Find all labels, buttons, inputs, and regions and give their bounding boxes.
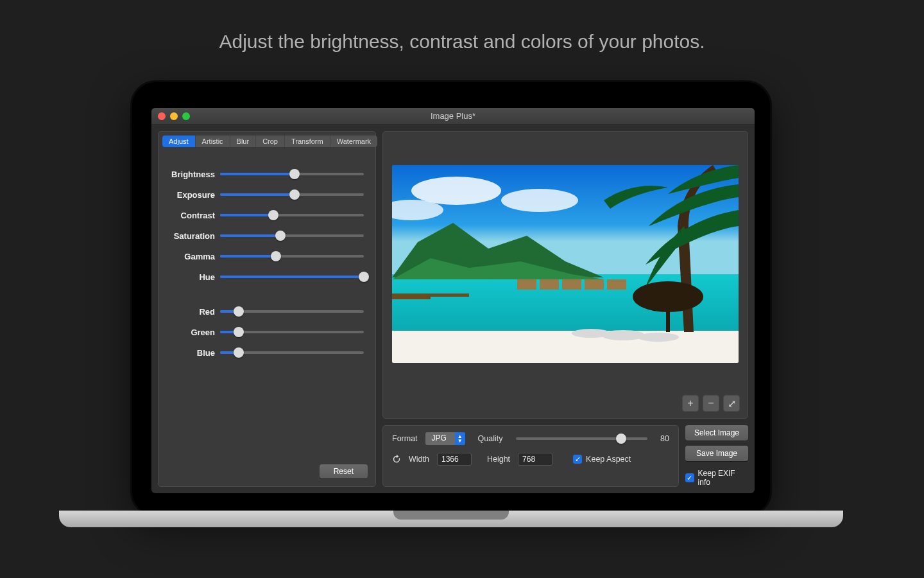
format-label: Format — [392, 434, 418, 443]
svg-rect-9 — [607, 279, 626, 290]
slider-label-exposure: Exposure — [170, 190, 220, 200]
slider-brightness[interactable] — [220, 173, 364, 175]
slider-green[interactable] — [220, 331, 364, 333]
tab-crop[interactable]: Crop — [256, 136, 285, 147]
svg-rect-10 — [517, 279, 536, 290]
titlebar: Image Plus* — [151, 108, 755, 125]
zoom-out-button[interactable]: − — [703, 395, 719, 412]
tab-artistic[interactable]: Artistic — [196, 136, 230, 147]
check-icon: ✓ — [573, 455, 582, 464]
svg-rect-12 — [392, 297, 431, 299]
format-select[interactable]: JPG ▲▼ — [425, 432, 465, 445]
width-label: Width — [409, 455, 429, 464]
svg-point-16 — [601, 330, 645, 340]
output-params: Format JPG ▲▼ Quality 80 — [382, 425, 679, 487]
svg-point-13 — [633, 281, 703, 312]
svg-rect-11 — [392, 293, 469, 297]
height-label: Height — [487, 455, 510, 464]
reset-button[interactable]: Reset — [320, 464, 368, 478]
svg-rect-8 — [585, 279, 604, 290]
quality-label: Quality — [478, 434, 503, 443]
slider-label-brightness: Brightness — [170, 170, 220, 179]
tab-transform[interactable]: Transform — [285, 136, 330, 147]
zoom-fit-button[interactable]: ⤢ — [723, 395, 740, 412]
app-window: Image Plus* AdjustArtisticBlurCropTransf… — [151, 108, 755, 493]
slider-label-red: Red — [170, 307, 220, 317]
tab-bar: AdjustArtisticBlurCropTransformWatermark — [162, 136, 372, 147]
slider-label-green: Green — [170, 328, 220, 337]
height-input[interactable] — [518, 453, 552, 466]
slider-label-gamma: Gamma — [170, 252, 220, 261]
keep-exif-checkbox[interactable]: ✓ Keep EXIF info — [685, 469, 748, 487]
svg-point-2 — [501, 189, 578, 212]
slider-exposure[interactable] — [220, 193, 364, 196]
refresh-icon[interactable] — [392, 455, 401, 464]
slider-label-saturation: Saturation — [170, 231, 220, 241]
quality-value: 80 — [660, 434, 669, 443]
width-input[interactable] — [437, 453, 472, 466]
slider-label-blue: Blue — [170, 348, 220, 358]
slider-red[interactable] — [220, 310, 364, 313]
laptop-frame: Image Plus* AdjustArtisticBlurCropTransf… — [130, 80, 772, 517]
window-title: Image Plus* — [151, 111, 755, 121]
slider-saturation[interactable] — [220, 234, 364, 237]
svg-point-1 — [411, 177, 501, 205]
svg-point-17 — [638, 333, 679, 342]
preview-panel: + − ⤢ — [382, 131, 748, 419]
check-icon: ✓ — [685, 473, 694, 482]
page-headline: Adjust the brightness, contrast and colo… — [0, 0, 924, 53]
keep-aspect-checkbox[interactable]: ✓ Keep Aspect — [573, 455, 631, 464]
quality-slider[interactable] — [516, 437, 648, 440]
select-image-button[interactable]: Select Image — [685, 425, 748, 441]
slider-blue[interactable] — [220, 351, 364, 354]
slider-hue[interactable] — [220, 276, 364, 278]
slider-label-hue: Hue — [170, 272, 220, 282]
svg-rect-6 — [540, 279, 559, 290]
laptop-base — [59, 511, 843, 527]
chevron-updown-icon: ▲▼ — [455, 432, 465, 445]
svg-rect-5 — [392, 331, 739, 363]
sliders-area: BrightnessExposureContrastSaturationGamm… — [158, 151, 375, 368]
preview-image — [392, 165, 739, 363]
save-image-button[interactable]: Save Image — [685, 446, 748, 461]
slider-contrast[interactable] — [220, 214, 364, 216]
zoom-in-button[interactable]: + — [682, 395, 699, 412]
tab-adjust[interactable]: Adjust — [162, 136, 196, 147]
slider-gamma[interactable] — [220, 255, 364, 258]
tab-blur[interactable]: Blur — [230, 136, 257, 147]
adjust-panel: AdjustArtisticBlurCropTransformWatermark… — [158, 131, 376, 487]
svg-rect-14 — [666, 310, 670, 332]
svg-rect-7 — [562, 279, 581, 290]
tab-watermark[interactable]: Watermark — [330, 136, 377, 147]
slider-label-contrast: Contrast — [170, 211, 220, 220]
